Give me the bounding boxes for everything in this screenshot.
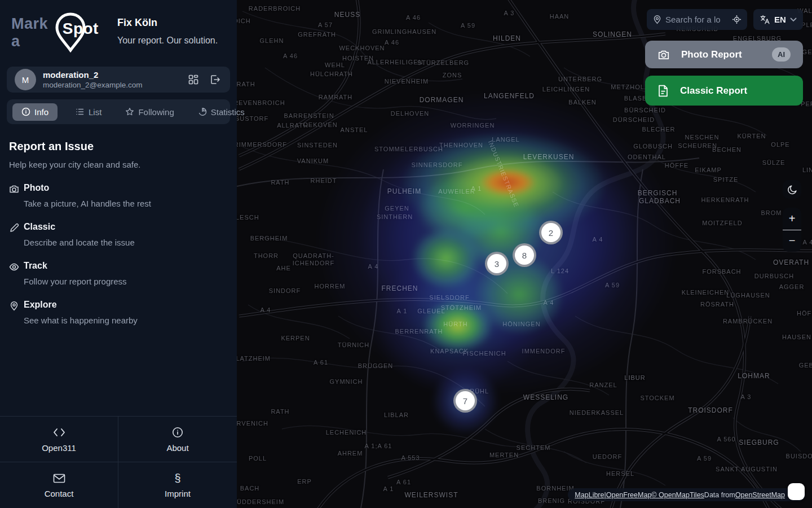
attribution-link[interactable]: OpenStreetMap: [735, 491, 785, 499]
map-place-label: RATH: [271, 408, 289, 415]
footer-contact[interactable]: Contact: [0, 462, 118, 508]
map-place-label: GEN: [802, 49, 812, 55]
report-heading: Report an Issue: [9, 140, 228, 153]
map-place-label: LECHENICH: [326, 429, 367, 436]
map-place-label: L 124: [551, 268, 569, 274]
language-selector[interactable]: EN: [753, 9, 803, 30]
sidebar-footer: Open311 About Contact § Impri: [0, 416, 237, 508]
map-place-label: FRECHEN: [381, 284, 418, 292]
map-attribution: MapLibre | OpenFreeMap © OpenMapTiles Da…: [568, 488, 805, 501]
map-place-label: AGGER: [779, 283, 805, 290]
logo-pin-icon: Spot: [57, 13, 114, 52]
zoom-in-button[interactable]: +: [783, 208, 801, 230]
map-place-label: BRÜGGEN: [358, 362, 394, 369]
map-place-label: RANZEL: [589, 382, 617, 388]
tab-info[interactable]: Info: [12, 103, 58, 121]
map-place-label: FISCHENICH: [462, 350, 506, 357]
map-place-label: OLPE: [771, 141, 789, 148]
cluster-marker[interactable]: 2: [539, 221, 563, 244]
map-place-label: BLECHER: [642, 126, 676, 133]
location-search[interactable]: [647, 9, 747, 30]
chevron-down-icon: [790, 17, 797, 22]
dashboard-button[interactable]: [186, 72, 201, 87]
attribution-link[interactable]: © OpenMapTiles: [651, 491, 704, 499]
logout-button[interactable]: [208, 72, 222, 87]
map-place-label: BERGISCH: [638, 189, 678, 197]
map-place-label: SIELSDORF: [429, 294, 469, 301]
cluster-marker[interactable]: 8: [513, 243, 536, 267]
map-place-label: SECHTEM: [517, 444, 551, 451]
attribution-toggle-button[interactable]: [788, 483, 805, 500]
map-place-label: ICHENDORF: [293, 260, 334, 266]
map-place-label: STÜRZELBERG: [417, 59, 469, 66]
map-place-label: HÖFFE: [665, 162, 689, 169]
map-place-label: GEBE: [799, 362, 812, 369]
map-place-label: A 61: [396, 479, 411, 485]
map-place-label: NESCHEN: [685, 134, 720, 141]
map-place-label: HILDEN: [493, 34, 521, 42]
avatar: M: [15, 69, 36, 90]
brand-header: Mark a Spot Fix Köln Your report. Our so…: [0, 0, 237, 51]
photo-report-button[interactable]: Photo Report AI: [645, 41, 803, 68]
footer-label: About: [166, 443, 188, 453]
report-item-desc: Follow your report progress: [24, 277, 228, 286]
tab-following[interactable]: Following: [120, 103, 179, 121]
report-item-title: Track: [24, 261, 228, 272]
map-place-label: LEICHLINGEN: [542, 86, 590, 93]
map-place-label: A 3: [504, 10, 515, 16]
map-place-label: LIBUR: [624, 374, 645, 381]
attribution-link[interactable]: MapLibre: [575, 491, 604, 499]
attribution-link[interactable]: OpenFreeMap: [606, 491, 652, 499]
map-place-label: VANIKUM: [297, 157, 329, 164]
cluster-marker[interactable]: 7: [453, 389, 477, 413]
footer-imprint[interactable]: § Imprint: [118, 462, 237, 508]
report-item-track[interactable]: Track Follow your report progress: [9, 261, 228, 286]
map-place-label: METZHOLZ: [611, 84, 648, 90]
map-place-label: A 4: [593, 236, 603, 243]
classic-report-button[interactable]: Classic Report: [645, 76, 803, 106]
map-place-label: SIEGBURG: [739, 439, 779, 446]
map-place-label: STOCKEM: [640, 395, 674, 401]
zoom-out-button[interactable]: −: [783, 230, 801, 252]
tab-label: Info: [34, 107, 48, 117]
photo-report-label: Photo Report: [681, 49, 742, 60]
map-place-label: HERSEL: [606, 470, 634, 477]
cluster-marker[interactable]: 3: [485, 252, 509, 275]
map-place-label: LANGEL: [492, 136, 519, 143]
map-place-label: THENHOVEN: [439, 142, 483, 148]
report-item-desc: See what is happening nearby: [24, 316, 228, 325]
map-place-label: WORRINGEN: [451, 122, 495, 129]
star-icon: [125, 107, 134, 116]
map-place-label: SÜLZE: [762, 159, 785, 166]
camera-icon: [9, 183, 24, 194]
map-place-label: BERRENRATH: [395, 328, 443, 335]
map-place-label: A 46: [283, 52, 298, 59]
map-place-label: GYMNICH: [330, 378, 363, 385]
tab-statistics[interactable]: Statistics: [192, 103, 250, 121]
map-place-label: BERGHEIM: [250, 235, 288, 242]
footer-open311[interactable]: Open311: [0, 417, 118, 462]
footer-about[interactable]: About: [118, 417, 237, 462]
report-item-classic[interactable]: Classic Describe and locate the issue: [9, 222, 228, 247]
map-place-label: A 4: [368, 263, 379, 270]
map-place-label: GEYEN: [385, 205, 409, 212]
document-icon: [657, 85, 669, 97]
locate-button[interactable]: [732, 15, 742, 24]
search-input[interactable]: [665, 15, 729, 24]
map-place-label: BACH: [240, 485, 260, 492]
report-item-explore[interactable]: Explore See what is happening nearby: [9, 300, 228, 325]
tab-list[interactable]: List: [70, 103, 107, 121]
map-place-label: BALKEN: [568, 99, 596, 106]
map-place-label: AHREM: [338, 450, 363, 457]
zoom-control: + −: [783, 208, 801, 252]
map-place-label: RAMRATH: [319, 94, 353, 100]
report-item-desc: Take a picture, AI handles the rest: [24, 199, 228, 208]
section-sign-icon: §: [174, 472, 180, 484]
map-place-label: SINSTEDEN: [297, 142, 338, 148]
map-place-label: IMMENDORF: [522, 348, 566, 354]
report-item-photo[interactable]: Photo Take a picture, AI handles the res…: [9, 183, 228, 208]
map-place-label: RADERBROICH: [249, 5, 301, 12]
map-place-label: SPITZE: [713, 176, 739, 183]
map-place-label: RHEIDT: [311, 177, 337, 184]
dark-mode-toggle[interactable]: [783, 180, 801, 199]
